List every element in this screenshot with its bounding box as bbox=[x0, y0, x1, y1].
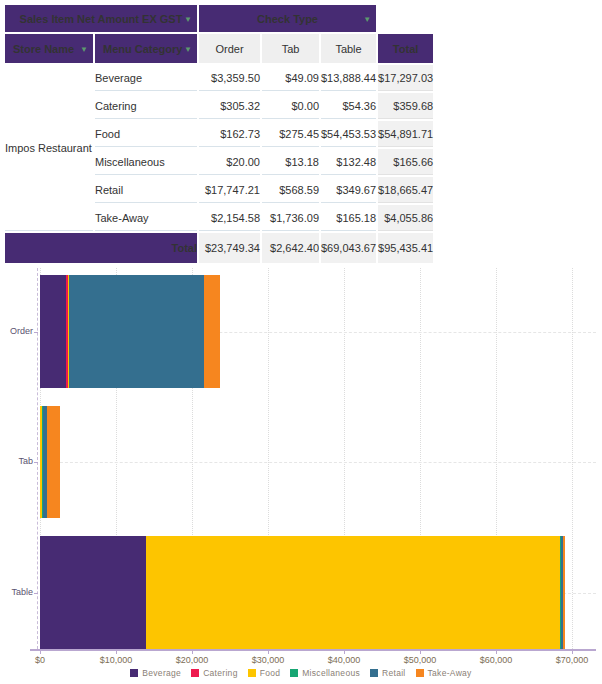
category-link-take-away[interactable]: Take-Away bbox=[95, 205, 197, 231]
legend-swatch-icon bbox=[248, 669, 256, 677]
y-axis-category-label: Order bbox=[0, 326, 33, 336]
value-cell: $13,888.44 bbox=[321, 65, 376, 91]
legend-label: Take-Away bbox=[428, 668, 472, 678]
col-header-total[interactable]: Total bbox=[378, 34, 433, 63]
grand-total-table: $69,043.67 bbox=[321, 233, 376, 263]
value-cell: $165.18 bbox=[321, 205, 376, 231]
x-axis-tick bbox=[116, 651, 117, 654]
row-total-cell: $359.68 bbox=[378, 93, 433, 119]
legend-item-catering: Catering bbox=[191, 668, 238, 678]
column-group-header[interactable]: Check Type ▼ bbox=[199, 5, 376, 32]
grand-total-label: Total bbox=[5, 233, 197, 263]
y-axis-tick bbox=[34, 462, 38, 463]
legend-item-beverage: Beverage bbox=[130, 668, 181, 678]
table-row: Impos Restaurant Beverage $3,359.50 $49.… bbox=[5, 65, 433, 91]
stacked-bar-table bbox=[40, 536, 565, 649]
col-header-table[interactable]: Table bbox=[321, 34, 376, 63]
category-link-food[interactable]: Food bbox=[95, 121, 197, 147]
x-axis-tick-label: $30,000 bbox=[252, 655, 285, 665]
value-cell: $17,747.21 bbox=[199, 177, 260, 203]
bar-segment-take-away[interactable] bbox=[47, 406, 60, 518]
value-cell: $49.09 bbox=[262, 65, 319, 91]
legend-label: Retail bbox=[382, 668, 406, 678]
bar-segment-beverage[interactable] bbox=[40, 275, 66, 388]
y-axis-tick bbox=[34, 332, 38, 333]
legend-swatch-icon bbox=[370, 669, 378, 677]
value-cell: $0.00 bbox=[262, 93, 319, 119]
bar-segment-take-away[interactable] bbox=[204, 275, 220, 388]
value-cell: $132.48 bbox=[321, 149, 376, 175]
legend-label: Food bbox=[260, 668, 281, 678]
y-axis-category-label: Table bbox=[0, 587, 33, 597]
bar-segment-beverage[interactable] bbox=[40, 536, 146, 649]
bar-segment-take-away[interactable] bbox=[563, 536, 564, 649]
legend-label: Catering bbox=[203, 668, 238, 678]
x-axis-tick-label: $20,000 bbox=[176, 655, 209, 665]
grand-total-row: Total $23,749.34 $2,642.40 $69,043.67 $9… bbox=[5, 233, 433, 263]
header-spacer bbox=[378, 5, 433, 32]
x-axis-tick-label: $10,000 bbox=[100, 655, 133, 665]
value-cell: $305.32 bbox=[199, 93, 260, 119]
measure-header[interactable]: Sales Item Net Amount EX GST ▼ bbox=[5, 5, 197, 32]
measure-header-label: Sales Item Net Amount EX GST bbox=[20, 13, 183, 25]
value-cell: $13.18 bbox=[262, 149, 319, 175]
x-axis-tick bbox=[496, 651, 497, 654]
pivot-table: Sales Item Net Amount EX GST ▼ Check Typ… bbox=[3, 3, 435, 265]
legend-swatch-icon bbox=[290, 669, 298, 677]
x-axis-tick bbox=[344, 651, 345, 654]
bar-segment-retail[interactable] bbox=[69, 275, 204, 388]
value-cell: $3,359.50 bbox=[199, 65, 260, 91]
menu-category-header-label: Menu Category bbox=[103, 43, 182, 55]
y-axis-category-label: Tab bbox=[0, 456, 33, 466]
store-name-cell: Impos Restaurant bbox=[5, 65, 93, 231]
x-axis-tick bbox=[420, 651, 421, 654]
store-name-header[interactable]: Store Name ▼ bbox=[5, 34, 93, 63]
row-total-cell: $54,891.71 bbox=[378, 121, 433, 147]
sales-dashboard: Sales Item Net Amount EX GST ▼ Check Typ… bbox=[0, 0, 602, 684]
x-axis-tick bbox=[268, 651, 269, 654]
check-type-stacked-bar-chart: $0$10,000$20,000$30,000$40,000$50,000$60… bbox=[0, 268, 602, 684]
col-header-tab[interactable]: Tab bbox=[262, 34, 319, 63]
x-axis-tick bbox=[572, 651, 573, 654]
legend-item-food: Food bbox=[248, 668, 281, 678]
grand-total-order: $23,749.34 bbox=[199, 233, 260, 263]
chevron-down-icon: ▼ bbox=[184, 14, 192, 23]
legend-item-take-away: Take-Away bbox=[416, 668, 472, 678]
row-total-cell: $18,665.47 bbox=[378, 177, 433, 203]
x-axis-tick bbox=[192, 651, 193, 654]
value-cell: $1,736.09 bbox=[262, 205, 319, 231]
legend-label: Beverage bbox=[142, 668, 181, 678]
col-header-order[interactable]: Order bbox=[199, 34, 260, 63]
category-link-beverage[interactable]: Beverage bbox=[95, 65, 197, 91]
bar-segment-food[interactable] bbox=[146, 536, 560, 649]
x-axis-line bbox=[30, 649, 596, 651]
legend-label: Miscellaneous bbox=[302, 668, 360, 678]
category-link-retail[interactable]: Retail bbox=[95, 177, 197, 203]
row-total-cell: $4,055.86 bbox=[378, 205, 433, 231]
value-cell: $54,453.53 bbox=[321, 121, 376, 147]
x-axis-tick bbox=[40, 651, 41, 654]
chart-legend: BeverageCateringFoodMiscellaneousRetailT… bbox=[0, 668, 602, 678]
legend-swatch-icon bbox=[130, 669, 138, 677]
legend-item-miscellaneous: Miscellaneous bbox=[290, 668, 360, 678]
value-cell: $568.59 bbox=[262, 177, 319, 203]
value-cell: $349.67 bbox=[321, 177, 376, 203]
x-axis-tick-label: $50,000 bbox=[404, 655, 437, 665]
value-cell: $2,154.58 bbox=[199, 205, 260, 231]
menu-category-header[interactable]: Menu Category ▼ bbox=[95, 34, 197, 63]
value-cell: $275.45 bbox=[262, 121, 319, 147]
category-link-miscellaneous[interactable]: Miscellaneous bbox=[95, 149, 197, 175]
row-total-cell: $17,297.03 bbox=[378, 65, 433, 91]
grand-total-tab: $2,642.40 bbox=[262, 233, 319, 263]
legend-item-retail: Retail bbox=[370, 668, 406, 678]
stacked-bar-tab bbox=[40, 406, 60, 518]
store-name-header-label: Store Name bbox=[13, 43, 74, 55]
category-link-catering[interactable]: Catering bbox=[95, 93, 197, 119]
pivot-header-row-2: Store Name ▼ Menu Category ▼ Order Tab T… bbox=[5, 34, 433, 63]
x-axis-tick-label: $60,000 bbox=[480, 655, 513, 665]
value-cell: $20.00 bbox=[199, 149, 260, 175]
grand-total-total: $95,435.41 bbox=[378, 233, 433, 263]
column-group-label: Check Type bbox=[257, 13, 318, 25]
chevron-down-icon: ▼ bbox=[80, 44, 88, 53]
row-total-cell: $165.66 bbox=[378, 149, 433, 175]
